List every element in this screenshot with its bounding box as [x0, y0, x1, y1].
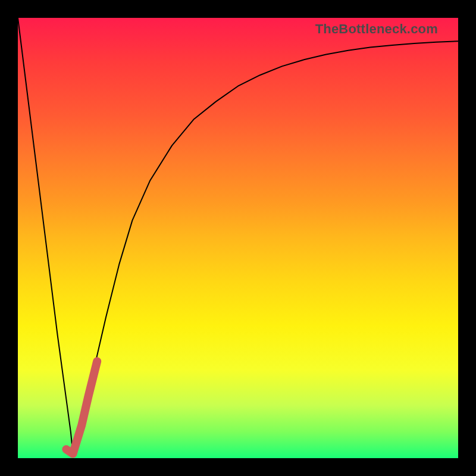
chart-svg — [18, 18, 458, 458]
bottleneck-curve — [18, 18, 458, 454]
chart-frame: TheBottleneck.com — [0, 0, 476, 476]
plot-area: TheBottleneck.com — [18, 18, 458, 458]
